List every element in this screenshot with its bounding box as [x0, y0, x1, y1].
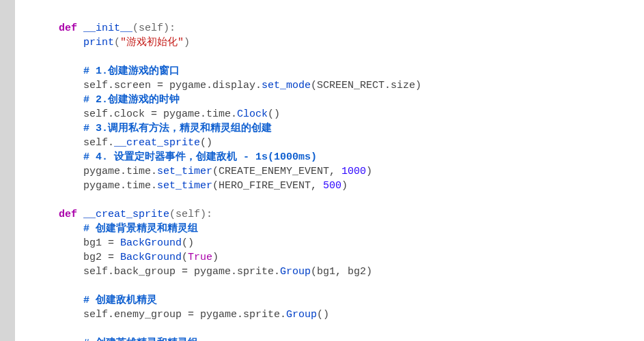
code-editor: def __init__(self): print("游戏初始化") # 1.创…: [15, 0, 644, 341]
code-line: # 1.创建游戏的窗口: [34, 65, 180, 77]
code-line: self.enemy_group = pygame.sprite.Group(): [34, 309, 329, 321]
code-line: self.screen = pygame.display.set_mode(SC…: [34, 80, 421, 91]
code-line: # 4. 设置定时器事件，创建敌机 - 1s(1000ms): [34, 151, 317, 163]
code-line: self.back_group = pygame.sprite.Group(bg…: [34, 266, 372, 278]
code-line: # 创建背景精灵和精灵组: [34, 223, 198, 235]
code-line: def __creat_sprite(self):: [34, 209, 212, 220]
code-line: bg1 = BackGround(): [34, 237, 194, 249]
code-line: # 创建英雄精灵和精灵组: [34, 338, 198, 341]
code-line: pygame.time.set_timer(HERO_FIRE_EVENT, 5…: [34, 180, 348, 192]
code-line: # 2.创建游戏的时钟: [34, 94, 180, 106]
code-line: def __init__(self):: [34, 23, 176, 34]
code-line: pygame.time.set_timer(CREATE_ENEMY_EVENT…: [34, 166, 372, 177]
code-line: bg2 = BackGround(True): [34, 252, 219, 263]
code-line: # 3.调用私有方法，精灵和精灵组的创建: [34, 123, 272, 134]
code-line: self.clock = pygame.time.Clock(): [34, 108, 280, 120]
editor-gutter: [0, 0, 15, 341]
code-line: print("游戏初始化"): [34, 37, 190, 48]
code-line: # 创建敌机精灵: [34, 295, 157, 306]
code-line: self.__creat_sprite(): [34, 137, 212, 149]
